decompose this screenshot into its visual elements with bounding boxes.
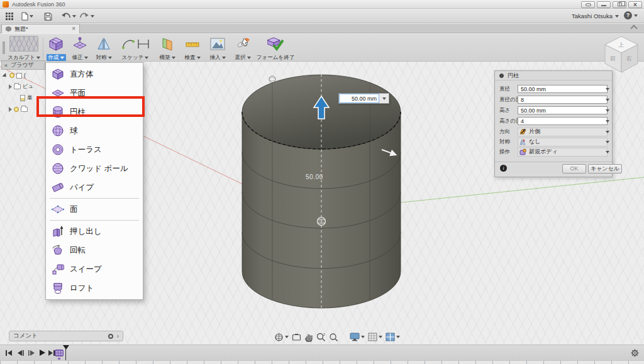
symmetry-menu-button[interactable]: 対称 <box>93 36 114 61</box>
direction-dropdown[interactable]: 片側 <box>518 128 608 136</box>
chevron-down-icon <box>60 57 64 59</box>
menu-label: 押し出し <box>70 226 102 237</box>
browser-root-row[interactable]: ( <box>1 70 45 81</box>
look-at-button[interactable] <box>292 333 301 341</box>
visibility-bulb-icon[interactable] <box>14 107 19 112</box>
cancel-button[interactable]: キャンセル <box>588 164 622 174</box>
collapse-panel-icon[interactable]: « <box>4 62 8 69</box>
field-operation: 操作 新規ボディ <box>495 146 612 157</box>
construct-menu-button[interactable]: 構築 <box>156 36 179 61</box>
timeline-step-back-button[interactable] <box>16 348 24 357</box>
browser-row-views[interactable]: ビュ <box>1 81 45 92</box>
dimension-input[interactable] <box>339 94 379 103</box>
expanded-arrow-icon[interactable] <box>2 72 8 78</box>
comment-record-icon[interactable] <box>108 334 113 339</box>
diameter-faces-input[interactable] <box>518 96 608 104</box>
menu-item-box[interactable]: 直方体 <box>46 65 143 84</box>
finish-form-button[interactable]: フォームを終了 <box>257 36 294 61</box>
panel-expand-icon[interactable]: › <box>117 333 119 339</box>
operation-dropdown[interactable]: 新規ボディ <box>518 148 608 157</box>
chevron-down-icon[interactable] <box>606 120 609 123</box>
menu-item-sweep[interactable]: スイープ <box>46 260 143 279</box>
timeline-go-start-button[interactable] <box>5 348 13 357</box>
viewports-button[interactable] <box>386 333 400 341</box>
sculpt-mesh-icon <box>9 36 38 52</box>
fit-button[interactable] <box>329 333 338 342</box>
chevron-down-icon[interactable] <box>606 141 609 143</box>
create-menu-button[interactable]: 作成 <box>45 36 67 61</box>
chevron-down-icon[interactable] <box>606 151 609 153</box>
app-grid-button[interactable] <box>5 11 14 21</box>
restore-button[interactable] <box>613 1 626 8</box>
file-menu-button[interactable] <box>21 11 33 21</box>
feedback-button[interactable] <box>581 1 595 8</box>
chevron-down-icon[interactable] <box>606 88 609 91</box>
menu-item-pipe[interactable]: パイプ <box>46 178 143 197</box>
menu-item-loft[interactable]: ロフト <box>46 279 143 297</box>
menu-item-revolve[interactable]: 回転 <box>46 241 143 260</box>
dialog-header[interactable]: 円柱 <box>495 71 612 80</box>
document-box-icon <box>16 73 22 79</box>
redo-button[interactable] <box>79 11 94 21</box>
tab-close-icon[interactable]: × <box>72 26 75 32</box>
grid-settings-button[interactable] <box>368 333 382 341</box>
user-account-menu[interactable]: Takashi Otsuka <box>572 13 619 19</box>
undo-icon <box>61 13 71 20</box>
timeline-ruler[interactable] <box>0 360 644 364</box>
menu-label: 回転 <box>70 245 86 256</box>
select-cursor-icon <box>235 37 250 51</box>
browser-header[interactable]: « ブラウザ <box>1 60 45 70</box>
menu-item-sphere[interactable]: 球 <box>46 121 143 140</box>
save-button[interactable] <box>44 11 52 21</box>
restore-icon <box>618 3 622 6</box>
toolbar-grip[interactable] <box>3 41 5 54</box>
height-faces-input[interactable] <box>518 117 608 125</box>
orbit-button[interactable] <box>274 333 289 342</box>
collapsed-arrow-icon[interactable] <box>9 84 12 89</box>
chevron-down-icon[interactable] <box>606 131 609 133</box>
menu-item-torus[interactable]: トーラス <box>46 140 143 159</box>
visibility-bulb-icon[interactable] <box>9 73 14 78</box>
help-menu[interactable]: ? <box>624 11 638 19</box>
timeline-play-button[interactable] <box>38 348 46 357</box>
toolbar-collapse-chevron[interactable] <box>630 25 637 31</box>
timeline-step-forward-button[interactable] <box>28 348 35 357</box>
menu-item-quadball[interactable]: クワッド ボール <box>46 159 143 178</box>
inspect-menu-button[interactable]: 検査 <box>181 36 204 61</box>
undo-button[interactable] <box>61 11 76 21</box>
viewcube-front-label: 前 <box>610 55 616 62</box>
sketch-menu-button[interactable]: スケッチ <box>117 36 153 61</box>
comment-bar[interactable]: コメント › <box>9 331 123 341</box>
select-menu-button[interactable]: 選択 <box>231 36 254 61</box>
go-start-icon <box>5 350 13 356</box>
chevron-down-icon[interactable] <box>606 109 609 112</box>
collapsed-arrow-icon[interactable] <box>9 107 12 112</box>
timeline-settings-button[interactable] <box>631 348 639 357</box>
insert-menu-button[interactable]: 挿入 <box>206 36 229 61</box>
diameter-input[interactable] <box>518 85 608 93</box>
units-doc-icon <box>20 95 25 101</box>
dimension-dropdown-button[interactable] <box>379 94 389 103</box>
ok-button[interactable]: OK <box>562 164 586 174</box>
extrude-icon <box>52 225 64 238</box>
menu-item-extrude[interactable]: 押し出し <box>46 222 143 241</box>
height-dimension-label: 50.00 <box>306 174 323 180</box>
modify-menu-button[interactable]: 修正 <box>69 36 91 61</box>
zoom-button[interactable]: 2 <box>316 333 326 342</box>
file-icon <box>21 12 28 21</box>
pan-button[interactable] <box>304 333 313 342</box>
menu-item-face[interactable]: 面 <box>46 200 143 219</box>
close-button[interactable]: × <box>628 1 642 8</box>
workspace-sculpt-button[interactable]: スカルプト <box>6 36 42 61</box>
browser-title: ブラウザ <box>11 61 34 69</box>
minimize-button[interactable] <box>597 1 611 8</box>
timeline-form-feature[interactable] <box>55 350 64 356</box>
document-tab[interactable]: 無題* × <box>1 24 80 33</box>
display-settings-button[interactable] <box>350 333 365 341</box>
info-icon[interactable]: i <box>500 165 507 172</box>
timeline-marker-flag[interactable] <box>63 345 69 350</box>
fusion-logo-icon <box>3 1 9 8</box>
chevron-down-icon[interactable] <box>606 99 609 101</box>
height-input[interactable] <box>518 106 608 114</box>
symmetry-dropdown[interactable]: x なし <box>518 138 608 146</box>
